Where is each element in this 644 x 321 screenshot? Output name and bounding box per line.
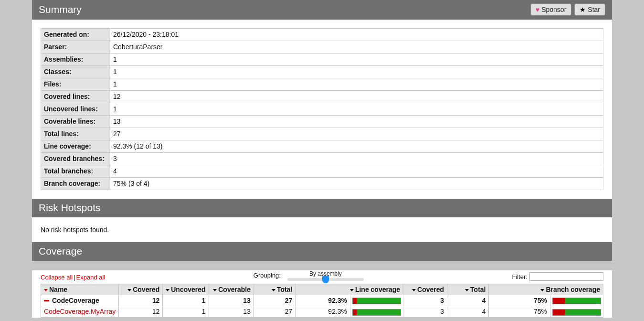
filter-label: Filter:: [512, 273, 528, 280]
summary-value: 1: [110, 66, 603, 78]
col-total[interactable]: Total: [253, 284, 295, 295]
star-icon: ★: [580, 6, 586, 13]
sort-caret-icon: [465, 289, 469, 291]
summary-label: Assemblies:: [41, 54, 110, 66]
sort-caret-icon: [44, 289, 48, 291]
collapse-icon[interactable]: [44, 300, 49, 301]
table-row-assembly: CodeCoverage 12 1 13 27 92.3% 3 4 75%: [41, 295, 603, 306]
sort-caret-icon: [540, 289, 544, 291]
class-name-cell: CodeCoverage.MyArray: [41, 306, 119, 317]
summary-value: 13: [110, 116, 603, 128]
coverage-title: Coverage: [39, 246, 82, 257]
summary-label: Covered lines:: [41, 91, 110, 103]
col-coverable[interactable]: Coverable: [209, 284, 253, 295]
summary-value: 1: [110, 54, 603, 66]
risk-title: Risk Hotspots: [39, 202, 101, 214]
summary-row: Files:1: [41, 78, 603, 91]
line-coverage-bar: [352, 309, 401, 316]
sponsor-button[interactable]: ♥ Sponsor: [530, 3, 571, 16]
summary-value: 1: [110, 103, 603, 116]
coverage-table: Name Covered Uncovered Coverable Total L…: [41, 284, 603, 318]
sort-caret-icon: [213, 289, 217, 291]
col-uncovered[interactable]: Uncovered: [163, 284, 209, 295]
summary-label: Total lines:: [41, 128, 110, 140]
summary-row: Generated on:26/12/2020 - 23:18:01: [41, 29, 603, 41]
summary-row: Covered branches:3: [41, 153, 603, 165]
summary-label: Uncovered lines:: [41, 103, 110, 116]
sort-caret-icon: [127, 289, 131, 291]
col-branch-coverage[interactable]: Branch coverage: [489, 284, 603, 295]
slider-thumb-icon[interactable]: [322, 276, 329, 283]
summary-label: Covered branches:: [41, 153, 110, 165]
col-name[interactable]: Name: [41, 284, 119, 295]
summary-row: Line coverage:92.3% (12 of 13): [41, 140, 603, 153]
risk-card: No risk hotspots found.: [32, 217, 612, 242]
summary-row: Total branches:4: [41, 165, 603, 178]
line-coverage-bar: [352, 298, 401, 304]
summary-row: Branch coverage:75% (3 of 4): [41, 178, 603, 190]
summary-value: 75% (3 of 4): [110, 178, 603, 190]
summary-value: CoberturaParser: [110, 41, 603, 54]
summary-row: Total lines:27: [41, 128, 603, 140]
sort-caret-icon: [350, 289, 354, 291]
summary-card: Generated on:26/12/2020 - 23:18:01Parser…: [32, 20, 612, 199]
risk-header: Risk Hotspots: [32, 199, 612, 217]
summary-label: Line coverage:: [41, 140, 110, 153]
summary-value: 26/12/2020 - 23:18:01: [110, 29, 603, 41]
sort-caret-icon: [412, 289, 416, 291]
summary-label: Branch coverage:: [41, 178, 110, 190]
summary-value: 1: [110, 78, 603, 91]
summary-value: 4: [110, 165, 603, 178]
table-row-class: CodeCoverage.MyArray 12 1 13 27 92.3% 3 …: [41, 306, 603, 317]
star-label: Star: [588, 6, 600, 13]
coverage-header: Coverage: [32, 242, 612, 261]
collapse-all-link[interactable]: Collapse all: [41, 274, 73, 281]
star-button[interactable]: ★ Star: [574, 3, 605, 16]
sort-caret-icon: [166, 289, 169, 291]
summary-row: Uncovered lines:1: [41, 103, 603, 116]
sort-caret-icon: [272, 289, 275, 291]
summary-title: Summary: [39, 4, 82, 15]
filter-input[interactable]: [529, 272, 603, 281]
col-line-coverage[interactable]: Line coverage: [296, 284, 403, 295]
grouping-label: Grouping:: [253, 272, 281, 281]
summary-table: Generated on:26/12/2020 - 23:18:01Parser…: [41, 28, 603, 190]
summary-row: Covered lines:12: [41, 91, 603, 103]
summary-label: Coverable lines:: [41, 116, 110, 128]
collapse-expand-links: Collapse all|Expand all: [41, 273, 105, 281]
grouping-slider[interactable]: [287, 278, 364, 281]
summary-row: Assemblies:1: [41, 54, 603, 66]
summary-label: Classes:: [41, 66, 110, 78]
col-covered[interactable]: Covered: [119, 284, 163, 295]
col-branch-total[interactable]: Total: [447, 284, 489, 295]
coverage-card: Collapse all|Expand all Grouping: By ass…: [32, 270, 612, 318]
branch-coverage-bar: [552, 309, 601, 316]
summary-label: Generated on:: [41, 29, 110, 41]
summary-row: Parser:CoberturaParser: [41, 41, 603, 54]
summary-label: Files:: [41, 78, 110, 91]
class-link[interactable]: CodeCoverage.MyArray: [44, 308, 116, 315]
heart-icon: ♥: [536, 6, 539, 13]
col-branch-covered[interactable]: Covered: [403, 284, 447, 295]
summary-value: 3: [110, 153, 603, 165]
summary-value: 92.3% (12 of 13): [110, 140, 603, 153]
summary-label: Total branches:: [41, 165, 110, 178]
branch-coverage-bar: [552, 298, 601, 304]
summary-value: 12: [110, 91, 603, 103]
summary-label: Parser:: [41, 41, 110, 54]
summary-header: Summary ♥ Sponsor ★ Star: [32, 0, 612, 20]
expand-all-link[interactable]: Expand all: [76, 274, 106, 281]
summary-row: Classes:1: [41, 66, 603, 78]
summary-row: Coverable lines:13: [41, 116, 603, 128]
sponsor-label: Sponsor: [541, 6, 566, 13]
summary-value: 27: [110, 128, 603, 140]
risk-none-text: No risk hotspots found.: [41, 226, 109, 234]
assembly-name-cell[interactable]: CodeCoverage: [41, 295, 119, 306]
